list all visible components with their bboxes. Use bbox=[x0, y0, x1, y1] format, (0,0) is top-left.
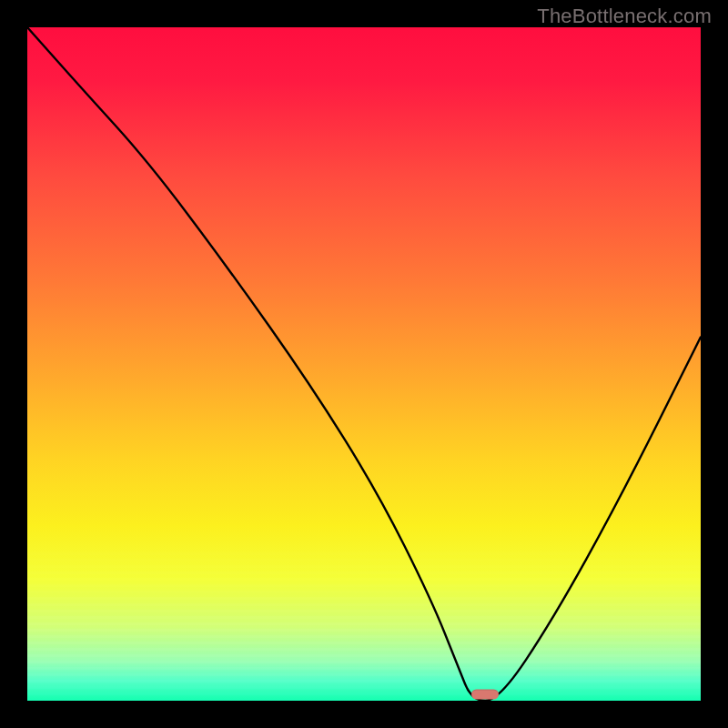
figure: TheBottleneck.com bbox=[0, 0, 728, 728]
curve-svg bbox=[27, 27, 701, 701]
plot-area bbox=[27, 27, 701, 701]
bottleneck-curve bbox=[27, 27, 701, 701]
optimum-marker bbox=[471, 689, 499, 699]
watermark-text: TheBottleneck.com bbox=[537, 5, 712, 28]
